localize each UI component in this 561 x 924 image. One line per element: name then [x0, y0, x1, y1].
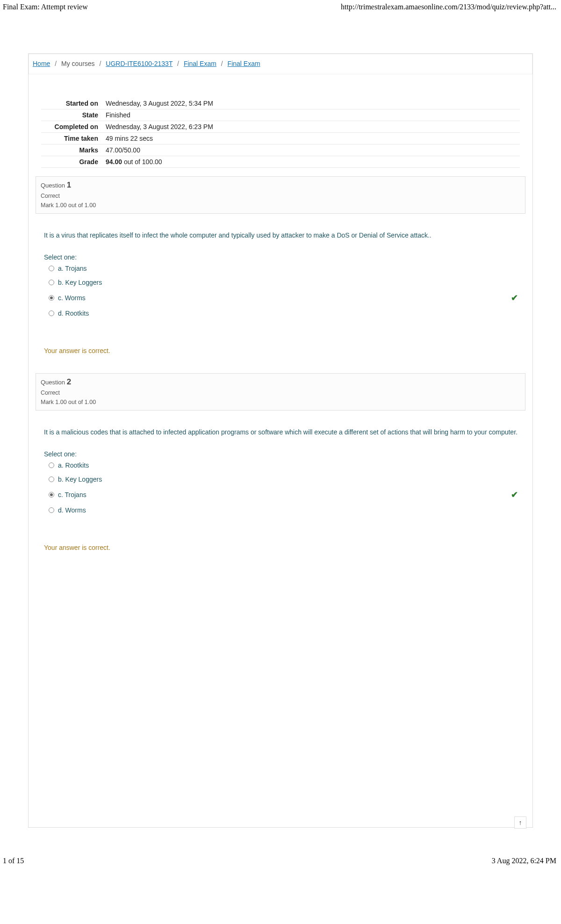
question-title-prefix: Question: [41, 182, 67, 189]
question-number: 2: [67, 377, 71, 386]
breadcrumb-sep: /: [100, 60, 101, 67]
header-url: http://trimestralexam.amaesonline.com/21…: [341, 3, 556, 11]
option-a[interactable]: a. Trojans: [49, 265, 522, 272]
check-icon: ✔: [511, 293, 518, 303]
breadcrumb-sep: /: [177, 60, 179, 67]
question-1: Question 1 Correct Mark 1.00 out of 1.00…: [36, 176, 525, 354]
radio-icon: [49, 310, 54, 316]
summary-value: Finished: [102, 109, 520, 121]
option-d[interactable]: d. Worms: [49, 506, 522, 514]
select-one-label: Select one:: [44, 450, 522, 458]
options-list: a. Rootkits b. Key Loggers c. Trojans: [44, 462, 522, 514]
summary-value: 47.00/50.00: [102, 144, 520, 156]
summary-label: State: [41, 109, 102, 121]
option-label: b. Key Loggers: [58, 279, 102, 286]
breadcrumb-sep: /: [221, 60, 223, 67]
print-footer: 1 of 15 3 Aug 2022, 6:24 PM: [0, 855, 561, 870]
summary-label: Started on: [41, 98, 102, 109]
breadcrumb-home[interactable]: Home: [33, 60, 50, 67]
summary-value: 94.00 out of 100.00: [102, 156, 520, 168]
radio-selected-icon: [49, 492, 54, 498]
summary-row-started: Started on Wednesday, 3 August 2022, 5:3…: [41, 98, 520, 109]
footer-date: 3 Aug 2022, 6:24 PM: [492, 857, 556, 865]
question-text: It is a malicious codes that is attached…: [44, 427, 522, 437]
question-title-prefix: Question: [41, 379, 67, 386]
radio-icon: [49, 507, 54, 513]
question-title: Question 1: [41, 180, 520, 190]
summary-label: Marks: [41, 144, 102, 156]
breadcrumb-my-courses: My courses: [61, 60, 95, 67]
question-status: Correct: [41, 390, 520, 396]
question-status: Correct: [41, 193, 520, 199]
summary-value: Wednesday, 3 August 2022, 6:23 PM: [102, 121, 520, 133]
breadcrumb-exam-1[interactable]: Final Exam: [184, 60, 216, 67]
content: Started on Wednesday, 3 August 2022, 5:3…: [29, 74, 532, 827]
summary-row-time: Time taken 49 mins 22 secs: [41, 133, 520, 144]
radio-icon: [49, 462, 54, 468]
print-header: Final Exam: Attempt review http://trimes…: [0, 0, 561, 11]
options-list: a. Trojans b. Key Loggers c. Worms: [44, 265, 522, 317]
question-mark: Mark 1.00 out of 1.00: [41, 202, 520, 209]
question-2: Question 2 Correct Mark 1.00 out of 1.00…: [36, 373, 525, 551]
question-mark: Mark 1.00 out of 1.00: [41, 399, 520, 405]
question-header: Question 1 Correct Mark 1.00 out of 1.00: [36, 176, 525, 214]
summary-label: Completed on: [41, 121, 102, 133]
summary-row-grade: Grade 94.00 out of 100.00: [41, 156, 520, 168]
option-b[interactable]: b. Key Loggers: [49, 279, 522, 286]
radio-icon: [49, 266, 54, 271]
summary-label: Grade: [41, 156, 102, 168]
option-a[interactable]: a. Rootkits: [49, 462, 522, 469]
question-number: 1: [67, 180, 71, 189]
question-body: It is a malicious codes that is attached…: [36, 411, 525, 525]
grade-strong: 94.00: [106, 158, 122, 166]
summary-row-marks: Marks 47.00/50.00: [41, 144, 520, 156]
radio-icon: [49, 280, 54, 285]
option-label: d. Worms: [58, 506, 86, 514]
summary-value: Wednesday, 3 August 2022, 5:34 PM: [102, 98, 520, 109]
breadcrumb-exam-2[interactable]: Final Exam: [228, 60, 260, 67]
grade-rest: out of 100.00: [122, 158, 162, 166]
radio-selected-icon: [49, 295, 54, 301]
option-label: a. Rootkits: [58, 462, 89, 469]
page-count: 1 of 15: [3, 857, 24, 865]
radio-icon: [49, 476, 54, 482]
option-label: c. Worms: [58, 294, 86, 302]
arrow-up-icon: ↑: [519, 819, 522, 826]
check-icon: ✔: [511, 490, 518, 500]
option-b[interactable]: b. Key Loggers: [49, 476, 522, 483]
summary-row-completed: Completed on Wednesday, 3 August 2022, 6…: [41, 121, 520, 133]
option-label: d. Rootkits: [58, 310, 89, 317]
option-label: b. Key Loggers: [58, 476, 102, 483]
option-d[interactable]: d. Rootkits: [49, 310, 522, 317]
scroll-to-top-button[interactable]: ↑: [514, 816, 526, 829]
option-label: c. Trojans: [58, 491, 86, 498]
summary-row-state: State Finished: [41, 109, 520, 121]
summary-value: 49 mins 22 secs: [102, 133, 520, 144]
question-header: Question 2 Correct Mark 1.00 out of 1.00: [36, 373, 525, 411]
attempt-summary-table: Started on Wednesday, 3 August 2022, 5:3…: [41, 98, 520, 168]
select-one-label: Select one:: [44, 253, 522, 261]
breadcrumb-sep: /: [55, 60, 57, 67]
main-card: Home / My courses / UGRD-ITE6100-2133T /…: [28, 53, 533, 828]
header-title: Final Exam: Attempt review: [3, 3, 88, 11]
breadcrumb-course[interactable]: UGRD-ITE6100-2133T: [106, 60, 173, 67]
question-title: Question 2: [41, 377, 520, 387]
question-text: It is a virus that replicates itself to …: [44, 231, 522, 240]
summary-label: Time taken: [41, 133, 102, 144]
option-c[interactable]: c. Trojans ✔: [49, 490, 522, 500]
feedback-text: Your answer is correct.: [44, 544, 525, 551]
question-body: It is a virus that replicates itself to …: [36, 214, 525, 328]
option-label: a. Trojans: [58, 265, 86, 272]
breadcrumb: Home / My courses / UGRD-ITE6100-2133T /…: [29, 54, 532, 74]
feedback-text: Your answer is correct.: [44, 347, 525, 354]
option-c[interactable]: c. Worms ✔: [49, 293, 522, 303]
